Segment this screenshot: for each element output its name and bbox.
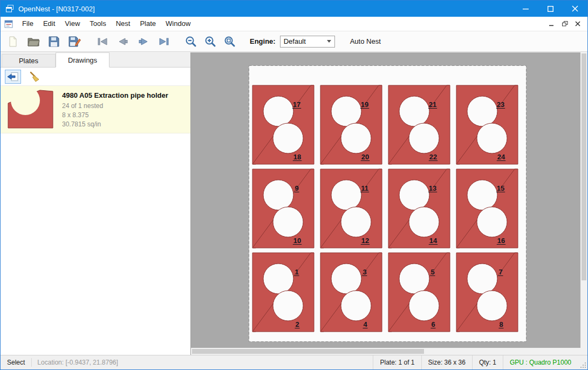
last-plate-button[interactable] xyxy=(157,35,171,49)
drawing-info: 4980 A05 Extraction pipe holder 24 of 1 … xyxy=(62,90,168,129)
nested-pair-5-6[interactable]: 56 xyxy=(388,253,450,332)
pipe-hole-cutout xyxy=(399,96,429,126)
part-number-label: 8 xyxy=(499,320,503,328)
nested-pair-15-16[interactable]: 1516 xyxy=(456,169,518,248)
pipe-hole-cutout xyxy=(467,96,497,126)
part-number-label: 9 xyxy=(295,184,298,192)
pipe-hole-cutout xyxy=(399,180,429,210)
nest-canvas[interactable]: 171819202122232491011121314151612345678 xyxy=(191,52,587,355)
next-plate-button[interactable] xyxy=(136,35,151,49)
part-thumbnail xyxy=(6,90,54,129)
pipe-hole-cutout xyxy=(273,207,303,237)
menu-nest[interactable]: Nest xyxy=(111,17,135,31)
resize-grip[interactable] xyxy=(578,355,587,369)
menu-file[interactable]: File xyxy=(17,17,38,31)
nested-pair-1-2[interactable]: 12 xyxy=(252,253,314,332)
part-number-label: 23 xyxy=(497,100,504,109)
part-number-label: 4 xyxy=(363,320,367,328)
part-number-label: 12 xyxy=(361,237,369,245)
pipe-hole-cutout xyxy=(331,96,361,126)
part-number-label: 2 xyxy=(295,320,299,328)
part-number-label: 15 xyxy=(497,184,504,192)
nested-pair-19-20[interactable]: 1920 xyxy=(320,85,382,164)
nested-pair-17-18[interactable]: 1718 xyxy=(252,85,314,164)
vertical-scrollbar-thumb[interactable] xyxy=(582,53,586,280)
zoom-fit-button[interactable] xyxy=(223,35,237,49)
menu-view[interactable]: View xyxy=(60,17,85,31)
engine-label: Engine: xyxy=(250,37,276,45)
part-number-label: 17 xyxy=(293,100,300,109)
plate-sheet[interactable]: 171819202122232491011121314151612345678 xyxy=(249,65,527,342)
previous-plate-button[interactable] xyxy=(116,35,130,49)
part-number-label: 19 xyxy=(361,100,368,109)
part-number-label: 16 xyxy=(497,237,505,245)
zoom-out-button[interactable] xyxy=(184,35,198,49)
close-button[interactable] xyxy=(563,1,587,17)
horizontal-scrollbar[interactable] xyxy=(191,348,580,355)
main-toolbar: Engine: Default Auto Nest xyxy=(1,31,587,52)
pipe-hole-cutout xyxy=(263,264,293,294)
drawing-title: 4980 A05 Extraction pipe holder xyxy=(62,91,168,99)
nested-pair-21-22[interactable]: 2122 xyxy=(388,85,450,164)
menu-tools[interactable]: Tools xyxy=(85,17,111,31)
part-number-label: 1 xyxy=(295,268,298,276)
tab-plates[interactable]: Plates xyxy=(2,54,56,67)
pipe-hole-cutout xyxy=(341,207,371,237)
mdi-close-button[interactable] xyxy=(571,18,584,30)
part-number-label: 11 xyxy=(361,184,368,192)
menu-window[interactable]: Window xyxy=(161,17,195,31)
status-plate-size: Size: 36 x 36 xyxy=(421,355,472,369)
mdi-restore-button[interactable] xyxy=(558,18,571,30)
pipe-hole-cutout xyxy=(399,264,429,294)
sidebar: Plates Drawings xyxy=(1,52,191,355)
pipe-hole-cutout xyxy=(263,96,293,126)
minimize-button[interactable] xyxy=(513,1,538,17)
app-icon xyxy=(5,4,14,13)
tab-plates-label: Plates xyxy=(19,57,38,65)
clean-button[interactable] xyxy=(26,70,43,84)
save-edit-button[interactable] xyxy=(67,35,81,49)
menu-edit[interactable]: Edit xyxy=(38,17,60,31)
nested-pair-7-8[interactable]: 78 xyxy=(456,253,518,332)
engine-select[interactable]: Default xyxy=(280,36,335,48)
nested-pair-3-4[interactable]: 34 xyxy=(320,253,382,332)
status-plate-count: Plate: 1 of 1 xyxy=(373,355,421,369)
nested-pair-9-10[interactable]: 910 xyxy=(252,169,314,248)
document-window-icon[interactable] xyxy=(4,20,13,28)
zoom-in-button[interactable] xyxy=(203,35,217,49)
maximize-button[interactable] xyxy=(538,1,563,17)
status-mode: Select xyxy=(1,359,31,366)
pipe-hole-cutout xyxy=(273,291,303,321)
horizontal-scrollbar-thumb[interactable] xyxy=(192,349,424,354)
mdi-window-controls xyxy=(545,18,584,30)
new-file-button[interactable] xyxy=(6,35,20,49)
status-qty: Qty: 1 xyxy=(472,355,503,369)
part-number-label: 18 xyxy=(293,153,301,161)
pipe-hole-cutout xyxy=(477,207,507,237)
mdi-minimize-button[interactable] xyxy=(545,18,558,30)
menu-plate[interactable]: Plate xyxy=(135,17,161,31)
tab-drawings[interactable]: Drawings xyxy=(56,52,110,68)
open-folder-button[interactable] xyxy=(26,35,40,49)
status-gpu: GPU : Quadro P1000 xyxy=(503,355,578,369)
nested-pair-11-12[interactable]: 1112 xyxy=(320,169,382,248)
part-number-label: 6 xyxy=(431,320,435,328)
drawing-area: 30.7815 sq/in xyxy=(62,120,168,129)
tab-drawings-label: Drawings xyxy=(68,56,97,64)
nested-pair-13-14[interactable]: 1314 xyxy=(388,169,450,248)
menu-bar: File Edit View Tools Nest Plate Window xyxy=(1,17,587,31)
return-part-button[interactable] xyxy=(5,70,21,84)
first-plate-button[interactable] xyxy=(95,35,110,49)
vertical-scrollbar[interactable] xyxy=(580,52,587,348)
chevron-down-icon xyxy=(327,40,331,43)
nested-pair-23-24[interactable]: 2324 xyxy=(456,85,518,164)
pipe-hole-cutout xyxy=(341,291,371,321)
window-controls xyxy=(513,1,587,17)
auto-nest-button[interactable]: Auto Nest xyxy=(346,35,385,48)
save-button[interactable] xyxy=(47,35,61,49)
pipe-hole-cutout xyxy=(331,180,361,210)
engine-value: Default xyxy=(284,37,306,45)
part-number-label: 5 xyxy=(430,268,434,276)
part-number-label: 21 xyxy=(429,100,436,109)
drawing-list-item[interactable]: 4980 A05 Extraction pipe holder 24 of 1 … xyxy=(1,86,190,133)
